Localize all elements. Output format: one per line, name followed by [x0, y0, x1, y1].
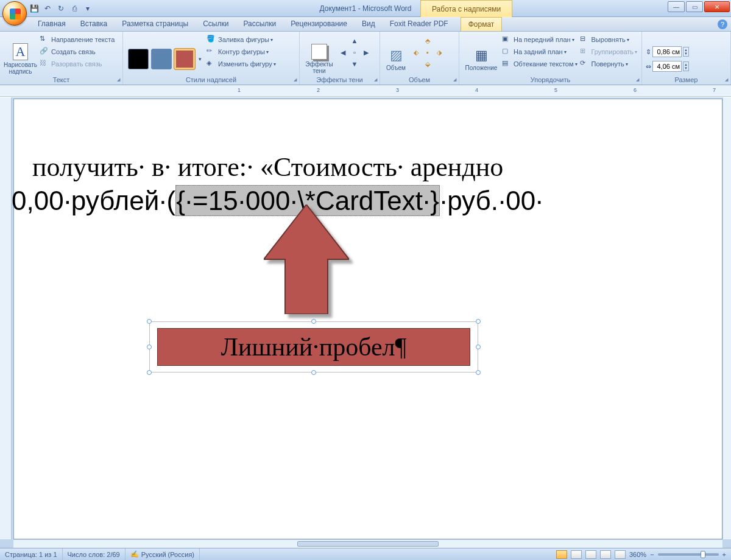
styles-group-label: Стили надписей [123, 76, 299, 83]
break-link-button[interactable]: ⛓Разорвать связь [40, 58, 115, 70]
horizontal-ruler[interactable]: 1 2 3 4 5 6 7 [0, 85, 731, 97]
text-direction-button[interactable]: ⇅Направление текста [40, 33, 115, 46]
style-blue-swatch[interactable] [151, 49, 172, 69]
selection-handle-e[interactable] [476, 345, 481, 349]
style-red-swatch[interactable] [174, 49, 195, 69]
qat-print-icon[interactable]: ⎙ [68, 2, 80, 15]
maximize-button[interactable]: ▭ [686, 1, 703, 12]
selection-handle-n[interactable] [311, 319, 316, 324]
status-language[interactable]: ✍Русский (Россия) [125, 548, 200, 560]
selection-handle-s[interactable] [311, 370, 316, 375]
qat-dropdown-icon[interactable]: ▾ [82, 2, 94, 15]
send-back-button[interactable]: ▢На задний план▾ [502, 46, 577, 58]
broken-link-icon: ⛓ [40, 59, 49, 69]
scrollbar-thumb[interactable] [297, 541, 439, 547]
selection-handle-se[interactable] [476, 370, 481, 375]
nudge-center-icon[interactable]: ▫ [349, 49, 360, 60]
nudge-down-icon[interactable]: ▼ [349, 60, 360, 71]
tilt-left-icon[interactable]: ⬖ [411, 49, 422, 60]
text-a-icon: A [13, 43, 29, 60]
tab-format[interactable]: Формат [461, 17, 503, 31]
tilt-up-icon[interactable]: ⬘ [422, 37, 433, 48]
shadow-group-label: Эффекты тени [300, 76, 380, 83]
close-button[interactable]: ✕ [704, 1, 730, 12]
status-zoom[interactable]: 360% [629, 551, 646, 558]
tilt-center-icon[interactable]: ▪ [422, 49, 433, 60]
tab-foxit[interactable]: Foxit Reader PDF [383, 17, 456, 31]
qat-undo-icon[interactable]: ↶ [41, 2, 54, 15]
link-icon: 🔗 [40, 47, 49, 57]
text-direction-icon: ⇅ [40, 35, 49, 44]
ribbon-tabs: Главная Вставка Разметка страницы Ссылки… [0, 17, 731, 32]
qat-save-icon[interactable]: 💾 [28, 2, 40, 15]
zoom-slider[interactable] [658, 553, 719, 556]
text-group-label: Текст [0, 76, 122, 83]
status-bar: Страница: 1 из 1 Число слов: 2/69 ✍Русск… [0, 548, 731, 560]
vertical-scrollbar[interactable] [722, 97, 731, 539]
send-back-icon: ▢ [502, 47, 512, 57]
tab-references[interactable]: Ссылки [196, 17, 236, 31]
tilt-right-icon[interactable]: ⬗ [434, 49, 445, 60]
style-gallery-more-icon[interactable]: ▾ [199, 56, 202, 62]
textbox-shape[interactable]: Лишний·пробел¶ [149, 321, 478, 373]
tab-view[interactable]: Вид [355, 17, 383, 31]
zoom-slider-knob[interactable] [701, 551, 705, 558]
selection-handle-ne[interactable] [476, 319, 481, 324]
rotate-button[interactable]: ⟳Повернуть▾ [580, 58, 638, 70]
tab-review[interactable]: Рецензирование [283, 17, 355, 31]
help-icon[interactable]: ? [718, 19, 727, 29]
doc-line-1[interactable]: получить· в· итоге:· «Стоимость· арендно [32, 152, 503, 183]
volume-group-label: Объем [380, 76, 459, 83]
height-input[interactable] [652, 46, 682, 57]
up-arrow-shape[interactable] [264, 205, 349, 314]
zoom-out-button[interactable]: − [650, 551, 654, 558]
textbox-frame[interactable]: Лишний·пробел¶ [149, 321, 478, 373]
status-word-count[interactable]: Число слов: 2/69 [63, 548, 125, 560]
tilt-down-icon[interactable]: ⬙ [422, 60, 433, 71]
height-spinner[interactable]: ⇕ ▲▼ [646, 46, 727, 58]
style-black-swatch[interactable] [128, 49, 149, 69]
group-button[interactable]: ⊞Группировать▾ [580, 46, 638, 58]
textbox-content[interactable]: Лишний·пробел¶ [157, 328, 470, 366]
shape-outline-button[interactable]: ✏Контур фигуры▾ [207, 46, 276, 58]
contextual-tab-title: Работа с надписями [420, 0, 512, 17]
tab-insert[interactable]: Вставка [73, 17, 115, 31]
view-fullscreen-button[interactable] [571, 550, 582, 559]
tab-page-layout[interactable]: Разметка страницы [115, 17, 196, 31]
nudge-right-icon[interactable]: ▶ [361, 49, 372, 60]
width-spinner[interactable]: ⇔ ▲▼ [646, 60, 727, 72]
shape-fill-button[interactable]: 🪣Заливка фигуры▾ [207, 33, 276, 46]
tab-mailings[interactable]: Рассылки [236, 17, 283, 31]
quick-access-toolbar: 💾 ↶ ↻ ⎙ ▾ [28, 2, 94, 15]
page-canvas[interactable]: получить· в· итоге:· «Стоимость· арендно… [13, 99, 722, 539]
status-page[interactable]: Страница: 1 из 1 [0, 548, 63, 560]
width-input[interactable] [652, 61, 682, 72]
height-spin-arrows[interactable]: ▲▼ [683, 47, 689, 57]
minimize-button[interactable]: — [668, 1, 685, 12]
create-link-button[interactable]: 🔗Создать связь [40, 46, 115, 58]
text-wrap-button[interactable]: ▤Обтекание текстом▾ [502, 58, 577, 70]
view-draft-button[interactable] [615, 550, 626, 559]
nudge-left-icon[interactable]: ◀ [337, 49, 348, 60]
nudge-up-icon[interactable]: ▲ [349, 37, 360, 48]
office-button[interactable] [2, 1, 27, 26]
view-web-button[interactable] [585, 550, 596, 559]
selection-handle-sw[interactable] [147, 370, 152, 375]
width-icon: ⇔ [646, 63, 651, 71]
view-outline-button[interactable] [600, 550, 611, 559]
qat-redo-icon[interactable]: ↻ [55, 2, 67, 15]
text-wrap-icon: ▤ [502, 59, 512, 69]
align-button[interactable]: ⊟Выровнять▾ [580, 33, 638, 46]
tab-home[interactable]: Главная [30, 17, 73, 31]
position-icon: ▦ [475, 47, 488, 63]
bring-front-button[interactable]: ▣На передний план▾ [502, 33, 577, 46]
selection-handle-nw[interactable] [147, 319, 152, 324]
zoom-in-button[interactable]: + [722, 551, 726, 558]
selection-handle-w[interactable] [147, 345, 152, 349]
horizontal-scrollbar[interactable] [13, 539, 722, 548]
size-group-label: Размер [642, 76, 730, 83]
width-spin-arrows[interactable]: ▲▼ [683, 61, 689, 71]
vertical-ruler[interactable] [0, 97, 12, 539]
view-print-layout-button[interactable] [556, 550, 567, 559]
change-shape-button[interactable]: ◈Изменить фигуру▾ [207, 58, 276, 70]
